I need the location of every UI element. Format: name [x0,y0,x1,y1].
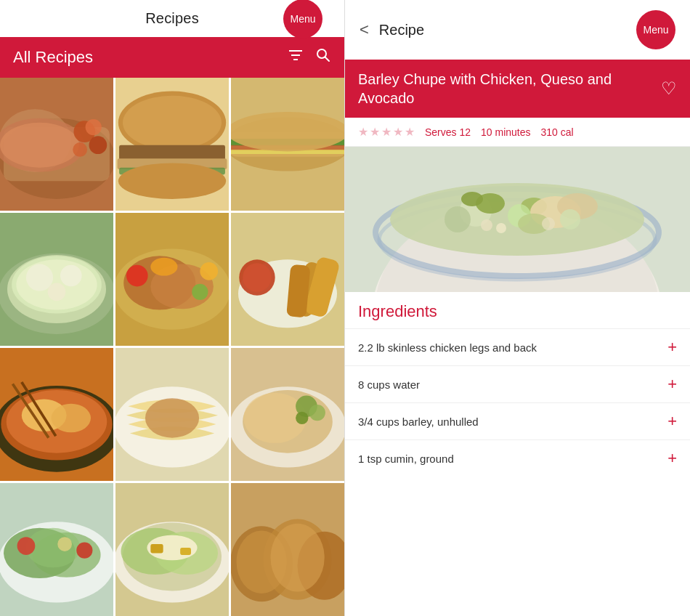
svg-point-67 [243,393,307,443]
right-header-left: < Recipe [360,22,424,38]
recipe-meta: ★ ★ ★ ★ ★ Serves 12 10 minutes 310 cal [345,118,690,147]
food-item-5[interactable] [115,213,229,346]
svg-point-32 [12,256,102,313]
svg-point-9 [0,118,84,172]
svg-rect-27 [231,150,344,154]
ingredient-text-2: 8 cups water [358,378,420,391]
food-item-8[interactable] [115,348,229,481]
ingredient-text-4: 1 tsp cumin, ground [358,453,454,465]
left-menu-button[interactable]: Menu [283,0,322,38]
right-header-title: Recipe [379,22,424,38]
food-item-7[interactable] [0,348,113,481]
right-menu-button[interactable]: Menu [636,10,675,49]
food-item-9[interactable] [231,348,344,481]
svg-point-6 [0,118,113,199]
svg-point-7 [0,109,71,172]
svg-rect-15 [115,78,229,211]
svg-point-89 [264,519,332,599]
star-1: ★ [358,125,368,139]
svg-rect-26 [231,145,344,150]
food-item-11[interactable] [115,483,229,616]
svg-point-56 [7,390,107,453]
star-4: ★ [393,125,403,139]
svg-rect-85 [150,544,163,553]
filter-icon[interactable] [288,47,304,68]
food-item-1[interactable] [0,78,113,211]
svg-rect-38 [115,213,229,346]
svg-point-88 [231,526,293,601]
food-item-12[interactable] [231,483,344,616]
svg-point-43 [200,262,218,280]
svg-point-81 [123,522,222,591]
ingredients-section: Ingredients 2.2 lb skinless chicken legs… [345,292,690,616]
serves-label: Serves 12 [425,126,471,138]
svg-point-54 [0,386,113,472]
food-grid [0,78,344,616]
time-label: 10 minutes [481,126,530,138]
svg-point-107 [560,209,580,230]
search-icon[interactable] [315,47,331,68]
svg-rect-5 [0,78,113,211]
svg-rect-8 [4,127,110,181]
svg-point-57 [22,399,67,431]
svg-point-30 [0,254,113,334]
all-recipes-title: All Recipes [13,48,93,67]
svg-point-31 [7,255,106,323]
svg-point-62 [115,386,229,467]
add-ingredient-3-button[interactable]: + [667,413,677,429]
svg-point-21 [118,163,226,198]
svg-rect-24 [231,131,344,157]
svg-rect-18 [119,145,225,161]
svg-point-14 [86,119,102,135]
food-item-3[interactable] [231,78,344,211]
svg-point-51 [239,259,275,295]
ingredient-row-1: 2.2 lb skinless chicken legs and back + [345,328,690,365]
svg-point-100 [445,206,471,232]
food-item-10[interactable] [0,483,113,616]
left-panel: Recipes Menu All Recipes [0,0,345,616]
add-ingredient-2-button[interactable]: + [667,376,677,392]
svg-rect-25 [231,139,344,146]
svg-point-45 [150,258,177,276]
svg-line-4 [325,57,330,62]
svg-point-44 [192,284,208,300]
left-header-title: Recipes [145,10,199,27]
svg-rect-53 [0,348,113,481]
svg-point-84 [147,535,197,561]
recipe-title: Barley Chupe with Chicken, Queso and Avo… [358,70,661,108]
svg-point-12 [89,136,107,154]
svg-point-34 [26,264,53,291]
svg-point-58 [52,404,91,433]
svg-point-111 [542,217,555,230]
ingredient-row-2: 8 cups water + [345,365,690,402]
heart-icon[interactable]: ♡ [661,78,677,99]
back-button[interactable]: < [360,22,369,38]
svg-point-91 [237,531,287,594]
svg-point-10 [0,123,79,168]
left-header: Recipes Menu [0,0,344,37]
svg-point-73 [4,528,76,578]
add-ingredient-4-button[interactable]: + [667,450,677,466]
svg-point-33 [16,259,97,309]
svg-point-80 [115,522,229,602]
ingredients-title: Ingredients [345,292,690,328]
svg-rect-61 [115,348,229,481]
svg-point-41 [150,264,214,309]
svg-rect-87 [231,483,344,616]
food-item-2[interactable] [115,78,229,211]
food-item-6[interactable] [231,213,344,346]
svg-rect-46 [231,213,344,346]
svg-rect-19 [118,158,227,169]
svg-point-82 [121,528,190,575]
ingredient-text-1: 2.2 lb skinless chicken legs and back [358,341,537,354]
svg-rect-48 [289,260,328,318]
svg-rect-22 [231,78,344,211]
add-ingredient-1-button[interactable]: + [667,339,677,355]
food-item-4[interactable] [0,213,113,346]
svg-rect-64 [231,348,344,481]
ingredient-text-3: 3/4 cups barley, unhulled [358,416,479,428]
recipe-title-bar: Barley Chupe with Chicken, Queso and Avo… [345,60,690,118]
star-rating[interactable]: ★ ★ ★ ★ ★ [358,125,415,139]
svg-rect-79 [115,483,229,616]
recipes-header-bar: All Recipes [0,37,344,78]
